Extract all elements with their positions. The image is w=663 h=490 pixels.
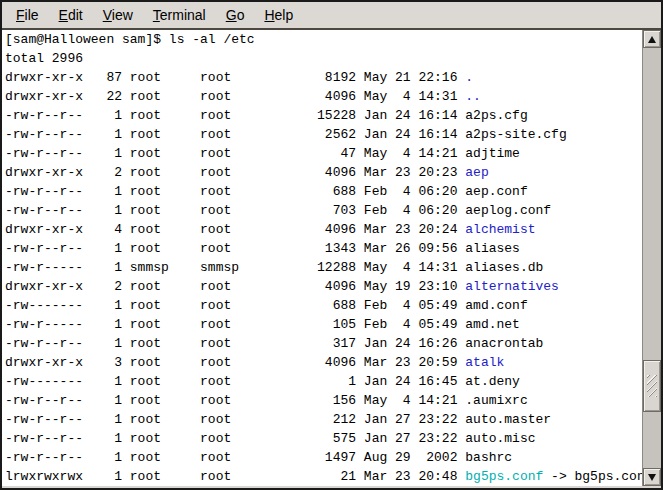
terminal-line: -rw------- 1 root root 688 Feb 4 05:49 a… [5,296,642,315]
scrollbar[interactable] [642,30,661,486]
menu-item-help[interactable]: Help [254,4,303,26]
terminal-text: -rw-r--r-- 1 root root 317 Jan 24 16:26 … [5,336,543,351]
terminal-text: -> bg5ps.conf [543,469,642,484]
terminal-line: drwxr-xr-x 87 root root 8192 May 21 22:1… [5,68,642,87]
arrow-up-icon [648,36,656,43]
menu-bar: FileEditViewTerminalGoHelp [2,2,661,30]
terminal-line: [sam@Halloween sam]$ ls -al /etc [5,30,642,49]
terminal-text: drwxr-xr-x 4 root root 4096 Mar 23 20:24 [5,222,465,237]
terminal-text: total 2996 [5,51,83,66]
terminal-text: drwxr-xr-x 2 root root 4096 Mar 23 20:23 [5,165,465,180]
menu-item-edit[interactable]: Edit [49,4,93,26]
terminal-line: -rw-r--r-- 1 root root 15228 Jan 24 16:1… [5,106,642,125]
terminal-text: drwxr-xr-x 3 root root 4096 Mar 23 20:59 [5,355,465,370]
arrow-down-icon [648,474,656,481]
terminal-line: -rw-r----- 1 smmsp smmsp 12288 May 4 14:… [5,258,642,277]
terminal-line: -rw-r--r-- 1 root root 688 Feb 4 06:20 a… [5,182,642,201]
symlink-name: bg5ps.conf [465,469,543,484]
terminal-line: -rw-r--r-- 1 root root 703 Feb 4 06:20 a… [5,201,642,220]
menu-item-file[interactable]: File [6,4,49,26]
terminal-line: drwxr-xr-x 3 root root 4096 Mar 23 20:59… [5,353,642,372]
terminal-line: -rw-r--r-- 1 root root 1497 Aug 29 2002 … [5,448,642,467]
terminal-line: drwxr-xr-x 4 root root 4096 Mar 23 20:24… [5,220,642,239]
directory-name: aep [465,165,488,180]
terminal-text: -rw------- 1 root root 1 Jan 24 16:45 at… [5,374,520,389]
terminal-text: -rw-r--r-- 1 root root 156 May 4 14:21 .… [5,393,528,408]
terminal-text: -rw-r----- 1 root root 105 Feb 4 05:49 a… [5,317,520,332]
terminal-text: -rw-r--r-- 1 root root 15228 Jan 24 16:1… [5,108,528,123]
terminal-line: drwxr-xr-x 2 root root 4096 Mar 23 20:23… [5,163,642,182]
terminal-text: lrwxrwxrwx 1 root root 21 Mar 23 20:48 [5,469,465,484]
terminal-text: drwxr-xr-x 87 root root 8192 May 21 22:1… [5,70,465,85]
terminal-line: lrwxrwxrwx 1 root root 21 Mar 23 20:48 b… [5,467,642,486]
terminal-line: -rw-r--r-- 1 root root 1343 Mar 26 09:56… [5,239,642,258]
terminal-screen[interactable]: [sam@Halloween sam]$ ls -al /etctotal 29… [2,30,642,486]
terminal-line: -rw-r--r-- 1 root root 317 Jan 24 16:26 … [5,334,642,353]
terminal-line: -rw-r--r-- 1 root root 156 May 4 14:21 .… [5,391,642,410]
terminal-text: drwxr-xr-x 22 root root 4096 May 4 14:31 [5,89,465,104]
terminal-line: -rw-r--r-- 1 root root 575 Jan 27 23:22 … [5,429,642,448]
terminal-text: -rw-r--r-- 1 root root 575 Jan 27 23:22 … [5,431,536,446]
directory-name: atalk [465,355,504,370]
directory-name: alternatives [465,279,559,294]
terminal-line: drwxr-xr-x 22 root root 4096 May 4 14:31… [5,87,642,106]
menu-item-terminal[interactable]: Terminal [143,4,216,26]
terminal-text: -rw-r--r-- 1 root root 1343 Mar 26 09:56… [5,241,520,256]
terminal-text: -rw-r--r-- 1 root root 688 Feb 4 06:20 a… [5,184,528,199]
terminal-text: drwxr-xr-x 2 root root 4096 May 19 23:10 [5,279,465,294]
directory-name: alchemist [465,222,535,237]
directory-name: .. [465,89,481,104]
terminal-text: -rw-r--r-- 1 root root 1497 Aug 29 2002 … [5,450,512,465]
directory-name: . [465,70,473,85]
terminal-line: -rw-r----- 1 root root 105 Feb 4 05:49 a… [5,315,642,334]
terminal-text: -rw-r--r-- 1 root root 703 Feb 4 06:20 a… [5,203,551,218]
terminal-text: -rw------- 1 root root 688 Feb 4 05:49 a… [5,298,528,313]
terminal-line: -rw------- 1 root root 1 Jan 24 16:45 at… [5,372,642,391]
scroll-up-button[interactable] [643,30,661,48]
terminal-text: -rw-r--r-- 1 root root 2562 Jan 24 16:14… [5,127,567,142]
terminal-text: -rw-r--r-- 1 root root 47 May 4 14:21 ad… [5,146,520,161]
menu-item-view[interactable]: View [93,4,143,26]
terminal-line: drwxr-xr-x 2 root root 4096 May 19 23:10… [5,277,642,296]
scrollbar-thumb[interactable] [643,360,661,412]
terminal-line: -rw-r--r-- 1 root root 2562 Jan 24 16:14… [5,125,642,144]
window-body: [sam@Halloween sam]$ ls -al /etctotal 29… [2,30,661,486]
scrollbar-trough[interactable] [643,48,661,468]
terminal-text: -rw-r----- 1 smmsp smmsp 12288 May 4 14:… [5,260,543,275]
terminal-text: [sam@Halloween sam]$ ls -al /etc [5,32,255,47]
terminal-line: -rw-r--r-- 1 root root 212 Jan 27 23:22 … [5,410,642,429]
scroll-down-button[interactable] [643,468,661,486]
menu-item-go[interactable]: Go [216,4,255,26]
terminal-line: -rw-r--r-- 1 root root 47 May 4 14:21 ad… [5,144,642,163]
terminal-line: total 2996 [5,49,642,68]
terminal-text: -rw-r--r-- 1 root root 212 Jan 27 23:22 … [5,412,551,427]
terminal-window: FileEditViewTerminalGoHelp [sam@Hallowee… [0,0,663,490]
